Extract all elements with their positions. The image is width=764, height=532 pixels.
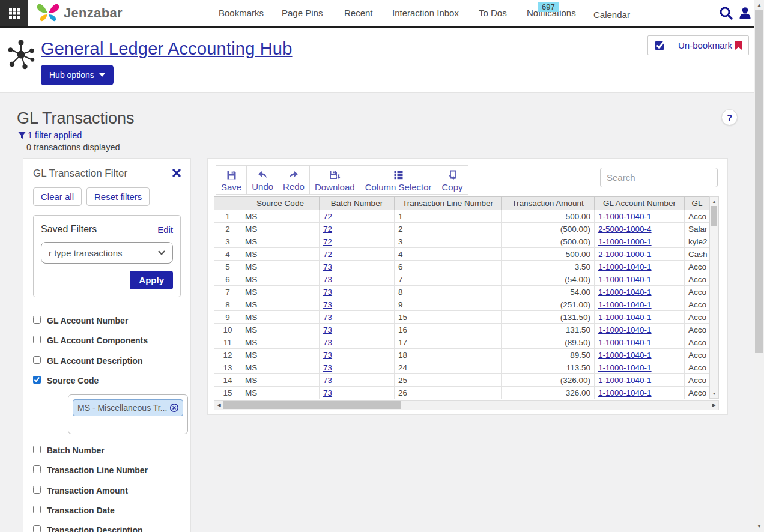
nav-page-pins[interactable]: Page Pins <box>282 8 323 18</box>
gl-account-link[interactable]: 1-1000-1040-1 <box>598 300 652 309</box>
batch-link[interactable]: 73 <box>323 363 332 372</box>
edit-saved-filters-link[interactable]: Edit <box>157 225 173 235</box>
batch-link[interactable]: 73 <box>323 313 332 322</box>
jenzabar-logo[interactable]: Jenzabar <box>35 2 123 25</box>
batch-link[interactable]: 73 <box>323 388 332 397</box>
table-row[interactable]: 14MS 73 25(326.00) 1-1000-1040-1Acco <box>214 374 710 387</box>
gl-account-link[interactable]: 1-1000-1040-1 <box>598 338 652 347</box>
batch-link[interactable]: 72 <box>323 225 332 234</box>
filter-checkbox[interactable] <box>33 506 41 513</box>
batch-link[interactable]: 72 <box>323 212 332 221</box>
undo-button[interactable]: Undo <box>247 166 278 194</box>
table-row[interactable]: 1MS 72 1500.00 1-1000-1040-1Acco <box>214 210 710 223</box>
batch-link[interactable]: 73 <box>323 338 332 347</box>
col-transaction-line-number[interactable]: Transaction Line Number <box>395 197 502 210</box>
table-row[interactable]: 3MS 72 3(500.00) 1-1000-1000-1kyle2 <box>214 235 710 248</box>
table-horizontal-scrollbar[interactable]: ◀ ▶ <box>214 400 719 410</box>
table-row[interactable]: 4MS 72 4500.00 2-1000-1000-1Cash <box>214 248 710 261</box>
filter-checkbox[interactable] <box>33 525 41 532</box>
help-button[interactable]: ? <box>721 109 738 125</box>
table-row[interactable]: 8MS 73 9(251.00) 1-1000-1040-1Acco <box>214 298 710 311</box>
page-title-link[interactable]: General Ledger Accounting Hub <box>41 39 293 59</box>
nav-to-dos[interactable]: To Dos <box>479 8 507 18</box>
scroll-down-icon[interactable]: ▼ <box>710 390 718 397</box>
batch-link[interactable]: 73 <box>323 300 332 309</box>
batch-link[interactable]: 72 <box>323 250 332 259</box>
user-account-icon[interactable] <box>738 6 752 23</box>
col-gl-account-number[interactable]: GL Account Number <box>595 197 685 210</box>
horizontal-scroll-thumb[interactable] <box>223 401 401 409</box>
save-button[interactable]: Save <box>216 166 247 194</box>
batch-link[interactable]: 72 <box>323 237 332 246</box>
gl-account-link[interactable]: 1-1000-1040-1 <box>598 376 652 385</box>
table-row[interactable]: 5MS 73 63.50 1-1000-1040-1Acco <box>214 261 710 273</box>
batch-link[interactable]: 73 <box>323 351 332 360</box>
grid-search-input[interactable] <box>600 168 718 187</box>
scroll-left-icon[interactable]: ◀ <box>215 401 223 410</box>
gl-account-link[interactable]: 1-1000-1040-1 <box>598 275 652 284</box>
gl-account-link[interactable]: 1-1000-1040-1 <box>598 388 652 397</box>
reset-filters-button[interactable]: Reset filters <box>86 187 150 206</box>
gl-account-link[interactable]: 1-1000-1040-1 <box>598 288 652 297</box>
nav-calendar[interactable]: Calendar <box>593 10 630 20</box>
gl-account-link[interactable]: 1-1000-1040-1 <box>598 262 652 271</box>
col-transaction-amount[interactable]: Transaction Amount <box>502 197 595 210</box>
batch-link[interactable]: 73 <box>323 262 332 271</box>
filter-checkbox[interactable] <box>33 486 41 494</box>
col-source-code[interactable]: Source Code <box>241 197 320 210</box>
copy-button[interactable]: Copy <box>437 166 468 194</box>
page-scroll-thumb[interactable] <box>755 10 763 353</box>
table-row[interactable]: 10MS 73 16131.50 1-1000-1040-1Acco <box>214 324 710 336</box>
batch-link[interactable]: 73 <box>323 376 332 385</box>
redo-button[interactable]: Redo <box>278 166 310 194</box>
gl-account-link[interactable]: 1-1000-1040-1 <box>598 325 652 334</box>
page-scrollbar[interactable]: ▲ ▼ <box>754 0 764 532</box>
table-row[interactable]: 13MS 73 24113.50 1-1000-1040-1Acco <box>214 361 710 374</box>
gl-account-link[interactable]: 1-1000-1040-1 <box>598 313 652 322</box>
close-icon[interactable] <box>172 169 181 180</box>
nav-interaction-inbox[interactable]: Interaction Inbox <box>392 8 459 18</box>
filter-checkbox[interactable] <box>33 356 41 364</box>
batch-link[interactable]: 73 <box>323 275 332 284</box>
filter-checkbox[interactable] <box>33 446 41 453</box>
filter-checkbox[interactable] <box>33 376 41 384</box>
unbookmark-button[interactable]: Un-bookmark <box>672 36 748 55</box>
filter-checkbox[interactable] <box>33 336 41 343</box>
search-icon[interactable] <box>719 6 733 23</box>
scroll-down-icon[interactable]: ▼ <box>754 522 764 531</box>
col-gl-account-description[interactable]: GL <box>685 197 710 210</box>
gl-account-link[interactable]: 2-5000-1000-4 <box>598 225 652 234</box>
download-button[interactable]: Download <box>310 166 360 194</box>
batch-link[interactable]: 73 <box>323 288 332 297</box>
clear-all-button[interactable]: Clear all <box>33 187 82 206</box>
filter-applied-link[interactable]: 1 filter applied <box>28 130 82 140</box>
gl-account-link[interactable]: 1-1000-1040-1 <box>598 363 652 372</box>
app-launcher-button[interactable] <box>0 0 28 26</box>
filter-checkbox[interactable] <box>33 465 41 473</box>
saved-filters-select[interactable]: r type transactions <box>41 242 173 264</box>
gl-account-link[interactable]: 1-1000-1040-1 <box>598 351 652 360</box>
filter-checkbox[interactable] <box>33 316 41 324</box>
column-selector-button[interactable]: Column Selector <box>360 166 437 194</box>
bookmark-check-button[interactable] <box>648 36 672 55</box>
vertical-scroll-thumb[interactable] <box>711 206 717 226</box>
table-row[interactable]: 15MS 73 26326.00 1-1000-1040-1Acco <box>214 387 710 399</box>
nav-recent[interactable]: Recent <box>344 8 373 18</box>
table-row[interactable]: 12MS 73 1889.50 1-1000-1040-1Acco <box>214 349 710 361</box>
table-row[interactable]: 6MS 73 7(54.00) 1-1000-1040-1Acco <box>214 273 710 286</box>
batch-link[interactable]: 73 <box>323 325 332 334</box>
table-row[interactable]: 2MS 72 2(500.00) 2-5000-1000-4Salar <box>214 223 710 235</box>
col-batch-number[interactable]: Batch Number <box>320 197 395 210</box>
table-row[interactable]: 11MS 73 17(89.50) 1-1000-1040-1Acco <box>214 336 710 349</box>
scroll-right-icon[interactable]: ▶ <box>710 401 718 410</box>
table-row[interactable]: 7MS 73 854.00 1-1000-1040-1Acco <box>214 286 710 298</box>
scroll-up-icon[interactable]: ▲ <box>754 1 764 10</box>
gl-account-link[interactable]: 1-1000-1000-1 <box>598 237 652 246</box>
nav-bookmarks[interactable]: Bookmarks <box>219 8 264 18</box>
gl-account-link[interactable]: 2-1000-1000-1 <box>598 250 652 259</box>
remove-chip-icon[interactable] <box>169 403 179 413</box>
apply-button[interactable]: Apply <box>130 271 173 289</box>
scroll-up-icon[interactable]: ▲ <box>710 198 718 205</box>
gl-account-link[interactable]: 1-1000-1040-1 <box>598 212 652 221</box>
table-row[interactable]: 9MS 73 15(131.50) 1-1000-1040-1Acco <box>214 311 710 324</box>
